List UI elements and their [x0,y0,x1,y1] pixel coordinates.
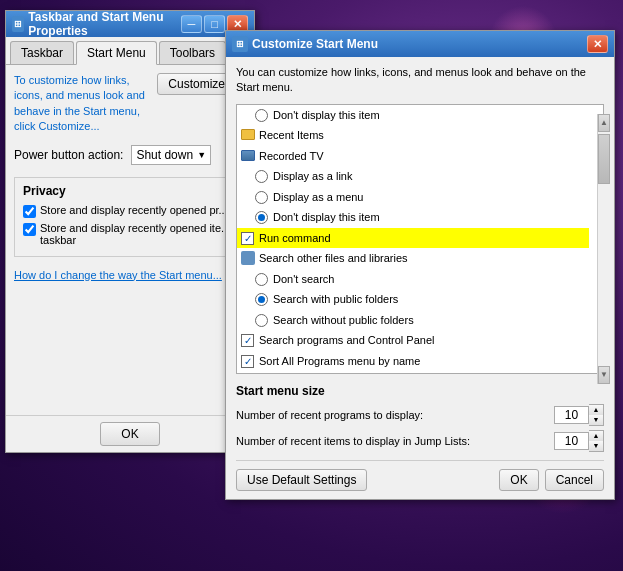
privacy-checkbox-2[interactable] [23,223,36,236]
list-item: Don't display this item [237,207,589,228]
size-label-1: Number of recent programs to display: [236,409,423,421]
privacy-item-1: Store and display recently opened pr... [23,204,237,218]
folder-icon [241,129,255,140]
list-item: Search programs and Control Panel [237,330,589,351]
list-item: Search other files and libraries [237,248,589,269]
privacy-checkbox-1[interactable] [23,205,36,218]
size-row-1: Number of recent programs to display: ▲ … [236,404,604,426]
customize-start-menu-window: ⊞ Customize Start Menu ✕ You can customi… [225,30,615,500]
customize-cancel-button[interactable]: Cancel [545,469,604,491]
radio-button[interactable] [255,314,268,327]
list-item: Search without public folders [237,310,589,331]
maximize-button[interactable]: □ [204,15,225,33]
recent-items-up[interactable]: ▲ [589,431,603,441]
size-section-title: Start menu size [236,384,604,398]
taskbar-ok-button[interactable]: OK [100,422,159,446]
taskbar-window-content: To customize how links, icons, and menus… [6,65,254,415]
privacy-section: Privacy Store and display recently opene… [14,177,246,257]
taskbar-properties-window: ⊞ Taskbar and Start Menu Properties ─ □ … [5,10,255,453]
taskbar-titlebar: ⊞ Taskbar and Start Menu Properties ─ □ … [6,11,254,37]
customize-close-button[interactable]: ✕ [587,35,608,53]
list-item: Sort All Programs menu by name [237,351,589,372]
power-button-label: Power button action: [14,148,123,162]
sort-programs-checkbox[interactable] [241,355,254,368]
list-item: Display as a menu [237,187,589,208]
customize-description-text: You can customize how links, icons, and … [236,65,604,96]
list-item: Display as a link [237,166,589,187]
radio-button[interactable] [255,109,268,122]
recent-programs-spinner[interactable] [554,406,589,424]
tab-toolbars[interactable]: Toolbars [159,41,226,64]
radio-button-checked[interactable] [255,293,268,306]
radio-button[interactable] [255,191,268,204]
search-programs-checkbox[interactable] [241,334,254,347]
taskbar-bottom-buttons: OK [6,415,254,452]
minimize-button[interactable]: ─ [181,15,202,33]
power-dropdown[interactable]: Shut down ▼ [131,145,211,165]
monitor-icon [241,150,255,161]
customize-ok-button[interactable]: OK [499,469,538,491]
size-row-2: Number of recent items to display in Jum… [236,430,604,452]
customize-list[interactable]: Don't display this item Recent Items Rec… [236,104,604,374]
taskbar-window-title: Taskbar and Start Menu Properties [28,10,181,38]
size-label-2: Number of recent items to display in Jum… [236,435,470,447]
dropdown-arrow-icon: ▼ [197,150,206,160]
customize-bottom-bar: Use Default Settings OK Cancel [236,460,604,491]
tab-start-menu[interactable]: Start Menu [76,41,157,65]
help-link[interactable]: How do I change the way the Start menu..… [14,269,246,281]
recent-programs-down[interactable]: ▼ [589,415,603,425]
recent-programs-up[interactable]: ▲ [589,405,603,415]
radio-button[interactable] [255,170,268,183]
list-item: Don't search [237,269,589,290]
list-item: System administrative tools [237,371,589,374]
list-item: Recorded TV [237,146,589,167]
radio-button[interactable] [255,273,268,286]
customize-titlebar: ⊞ Customize Start Menu ✕ [226,31,614,57]
privacy-title: Privacy [23,184,237,198]
size-section: Start menu size Number of recent program… [236,384,604,452]
list-item: Don't display this item [237,105,589,126]
use-default-settings-button[interactable]: Use Default Settings [236,469,367,491]
tab-bar: Taskbar Start Menu Toolbars [6,37,254,65]
list-item: Recent Items [237,125,589,146]
customize-description: To customize how links, icons, and menus… [14,73,157,135]
radio-button-checked[interactable] [255,211,268,224]
recent-items-spinner[interactable] [554,432,589,450]
taskbar-window-icon: ⊞ [12,16,24,32]
customize-window-icon: ⊞ [232,36,248,52]
run-command-checkbox[interactable] [241,232,254,245]
list-item: Search with public folders [237,289,589,310]
customize-window-title: Customize Start Menu [252,37,378,51]
run-command-item: Run command [237,228,589,249]
customize-body: You can customize how links, icons, and … [226,57,614,499]
search-icon [241,251,255,265]
recent-items-down[interactable]: ▼ [589,441,603,451]
tab-taskbar[interactable]: Taskbar [10,41,74,64]
privacy-item-2: Store and display recently opened ite...… [23,222,237,246]
